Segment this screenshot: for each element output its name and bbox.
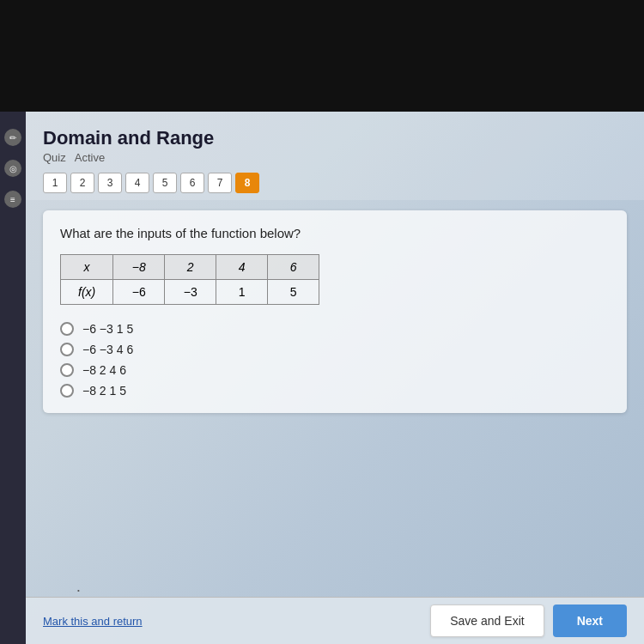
radio-3[interactable] <box>60 363 74 377</box>
save-exit-button[interactable]: Save and Exit <box>430 605 544 637</box>
pencil-icon[interactable]: ✏ <box>4 129 21 146</box>
mark-return-link[interactable]: Mark this and return <box>43 615 143 628</box>
option-3[interactable]: −8 2 4 6 <box>60 363 610 377</box>
table-val-3: 1 <box>216 280 268 305</box>
nav-btn-6[interactable]: 6 <box>180 173 204 193</box>
nav-btn-2[interactable]: 2 <box>70 173 94 193</box>
quiz-label: Quiz <box>43 151 66 164</box>
menu-icon[interactable]: ≡ <box>4 191 21 208</box>
status-badge: Active <box>75 151 105 164</box>
table-header-2: 2 <box>165 255 216 280</box>
nav-btn-4[interactable]: 4 <box>125 173 149 193</box>
option-4-label: −8 2 1 5 <box>82 384 126 398</box>
table-val-4: 5 <box>268 280 319 305</box>
headphone-icon[interactable]: ◎ <box>4 160 21 177</box>
nav-btn-8[interactable]: 8 <box>235 173 259 193</box>
option-2[interactable]: −6 −3 4 6 <box>60 343 610 356</box>
main-content: Domain and Range Quiz Active 1 2 3 4 5 6… <box>26 112 644 644</box>
header-section: Domain and Range Quiz Active 1 2 3 4 5 6… <box>26 112 644 200</box>
table-val-2: −3 <box>165 280 216 305</box>
table-header-x: x <box>61 255 113 280</box>
option-2-label: −6 −3 4 6 <box>82 343 133 356</box>
nav-btn-3[interactable]: 3 <box>98 173 122 193</box>
nav-btn-1[interactable]: 1 <box>43 173 67 193</box>
option-1-label: −6 −3 1 5 <box>82 322 133 336</box>
table-header-4: 4 <box>216 255 268 280</box>
radio-4[interactable] <box>60 384 74 398</box>
quiz-title: Domain and Range <box>43 127 627 149</box>
footer-bar: Mark this and return Save and Exit Next <box>26 597 644 644</box>
question-nav: 1 2 3 4 5 6 7 8 <box>43 173 627 193</box>
question-text: What are the inputs of the function belo… <box>60 226 610 240</box>
quiz-meta: Quiz Active <box>43 151 627 164</box>
nav-btn-5[interactable]: 5 <box>153 173 177 193</box>
function-table: x −8 2 4 6 f(x) −6 −3 1 5 <box>60 254 319 305</box>
table-val-1: −6 <box>113 280 165 305</box>
footer-buttons: Save and Exit Next <box>430 605 627 637</box>
next-button[interactable]: Next <box>553 605 627 637</box>
dot-indicator: • <box>77 586 80 594</box>
radio-2[interactable] <box>60 343 74 356</box>
question-card: What are the inputs of the function belo… <box>43 210 627 413</box>
table-header-n8: −8 <box>113 255 165 280</box>
table-header-6: 6 <box>268 255 319 280</box>
option-3-label: −8 2 4 6 <box>82 363 126 377</box>
radio-1[interactable] <box>60 322 74 336</box>
table-row-label: f(x) <box>61 280 113 305</box>
left-sidebar: ✏ ◎ ≡ <box>0 112 26 644</box>
nav-btn-7[interactable]: 7 <box>208 173 232 193</box>
option-1[interactable]: −6 −3 1 5 <box>60 322 610 336</box>
option-4[interactable]: −8 2 1 5 <box>60 384 610 398</box>
options-list: −6 −3 1 5 −6 −3 4 6 −8 2 4 6 −8 2 1 5 <box>60 322 610 398</box>
